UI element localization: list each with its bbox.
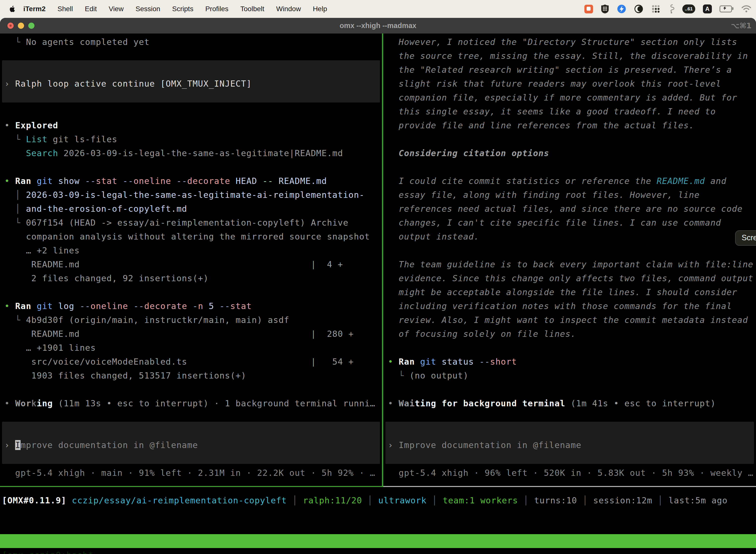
text-cursor: I	[15, 440, 20, 450]
pane-divider[interactable]	[382, 34, 383, 486]
terminal-line: › Improve documentation in @filename	[388, 438, 756, 452]
terminal-line: references need actual files, and since …	[388, 202, 756, 216]
pane-right[interactable]: However, I noticed the "Directory Struct…	[383, 34, 756, 486]
terminal-line: src/voice/voiceModeEnabled.ts | 54 +	[4, 355, 382, 369]
input-source-icon[interactable]: A	[703, 4, 712, 13]
screen-overlay-button[interactable]: Scre	[735, 230, 756, 246]
terminal-line: evidence. Since this change only affects…	[388, 271, 756, 285]
terminal-line: I could cite commit statistics or refere…	[388, 174, 756, 188]
input-source-label: A	[705, 5, 709, 12]
terminal-line: README.md | 4 +	[4, 258, 382, 271]
terminal-line: changes, I can't cite specific file line…	[388, 216, 756, 230]
terminal-line: … +2 lines	[4, 243, 382, 258]
terminal-line: including verification notes with those …	[388, 299, 756, 313]
desktop: iTerm2ShellEditViewSessionScriptsProfile…	[0, 0, 756, 554]
terminal-line: this single essay, it seems like a good …	[388, 105, 756, 118]
terminal-line: Search 2026-03-09-is-legal-the-same-as-l…	[4, 146, 382, 160]
terminal-line: output instead.	[388, 230, 756, 243]
menu-items: iTerm2ShellEditViewSessionScriptsProfile…	[16, 5, 333, 13]
terminal-line: provide file and line references from th…	[388, 118, 756, 132]
blue-bolt-icon[interactable]	[617, 4, 626, 14]
menu-bar: iTerm2ShellEditViewSessionScriptsProfile…	[0, 0, 756, 18]
active-pane-border	[0, 486, 383, 487]
menu-item-iterm2[interactable]: iTerm2	[16, 5, 52, 13]
omx-status-line: [OMX#0.11.9] cczip/essay/ai-reimplementa…	[2, 493, 756, 507]
menu-item-edit[interactable]: Edit	[79, 5, 103, 13]
terminal-line: │ and-the-erosion-of-copyleft.md	[4, 202, 382, 216]
window-title: omx --xhigh --madmax	[0, 18, 756, 34]
terminal-line: the source tree, missing the essay. Stil…	[388, 49, 756, 63]
inactive-pane-border	[383, 486, 756, 487]
terminal-line: • Ran git status --short	[388, 355, 756, 369]
menu-item-view[interactable]: View	[103, 5, 129, 13]
apple-menu-icon[interactable]	[9, 5, 16, 13]
terminal-line: might be acceptable alongside the file l…	[388, 285, 756, 299]
iterm-window: omx --xhigh --madmax ⌥⌘1 └ No agents com…	[0, 18, 756, 554]
menu-item-toolbelt[interactable]: Toolbelt	[234, 5, 270, 13]
terminal-line: • Explored	[4, 118, 382, 132]
terminal-line: slight risk that future readers may over…	[388, 77, 756, 91]
terminal-line: └ 067f154 (HEAD -> essay/ai-reimplementa…	[4, 216, 382, 230]
terminal-line: gpt-5.4 xhigh · main · 91% left · 2.31M …	[4, 466, 382, 480]
terminal-line: 2 files changed, 92 insertions(+)	[4, 271, 382, 285]
screen-recording-icon[interactable]	[584, 5, 593, 13]
tmux-status-bar: [omx-cczip0:bash* "MacBook-Pro-44.local"…	[0, 534, 756, 548]
terminal-line: └ List git ls-files	[4, 132, 382, 146]
menu-item-scripts[interactable]: Scripts	[166, 5, 199, 13]
terminal-line: The team guideline is to back every impo…	[388, 258, 756, 271]
terminal-line: └ (no output)	[388, 369, 756, 383]
title-bar[interactable]: omx --xhigh --madmax ⌥⌘1	[0, 18, 756, 34]
terminal-line: However, I noticed the "Directory Struct…	[388, 35, 756, 49]
terminal-line: › Improve documentation in @filename	[4, 438, 382, 452]
terminal-line: │ 2026-03-09-is-legal-the-same-as-legiti…	[4, 188, 382, 202]
badge-61-icon[interactable]: ..61	[682, 4, 695, 13]
terminal-line: • Ran git show --stat --oneline --decora…	[4, 174, 382, 188]
terminal-line: companion analysis without altering the …	[4, 230, 382, 243]
terminal-line: companion file, especially if more comme…	[388, 91, 756, 105]
dots-grid-icon[interactable]	[651, 4, 660, 14]
terminal-line: └ 4b9d30f (origin/main, instructkr/main,…	[4, 313, 382, 327]
terminal-line: essay file, along with finding root file…	[388, 188, 756, 202]
squiggle-icon[interactable]	[668, 4, 675, 14]
terminal-line: • Ran git log --oneline --decorate -n 5 …	[4, 299, 382, 313]
terminal-line: › Ralph loop active continue [OMX_TMUX_I…	[4, 77, 382, 91]
terminal-line: … +1901 lines	[4, 341, 382, 355]
terminal-line: gpt-5.4 xhigh · 96% left · 520K in · 5.8…	[388, 466, 756, 480]
terminal-line: • Working (11m 13s • esc to interrupt) ·…	[4, 396, 382, 410]
menu-item-shell[interactable]: Shell	[52, 5, 79, 13]
terminal-line: README.md | 280 +	[4, 327, 382, 341]
tmux-session-label[interactable]: [omx-cczip0:bash*	[2, 548, 93, 554]
terminal-line: the "Related research writing" section i…	[388, 63, 756, 77]
terminal-line: review. Also, I might want to inspect th…	[388, 313, 756, 327]
menu-item-help[interactable]: Help	[307, 5, 333, 13]
menu-item-profiles[interactable]: Profiles	[199, 5, 234, 13]
terminal-line: └ No agents completed yet	[4, 35, 382, 49]
terminal-line: Considering citation options	[388, 146, 756, 160]
battery-charging-icon[interactable]	[719, 5, 734, 12]
wifi-icon[interactable]	[741, 5, 752, 13]
terminal-line: • Waiting for background terminal (1m 41…	[388, 396, 756, 410]
terminal-line: 1903 files changed, 513517 insertions(+)	[4, 369, 382, 383]
terminal: └ No agents completed yet› Ralph loop ac…	[0, 34, 756, 554]
pane-left[interactable]: └ No agents completed yet› Ralph loop ac…	[0, 34, 382, 486]
terminal-line: of focusing solely on file lines.	[388, 327, 756, 341]
menu-item-session[interactable]: Session	[129, 5, 166, 13]
badge-61-label: ..61	[685, 6, 693, 12]
keyboard-shield-icon[interactable]	[601, 4, 609, 14]
moon-icon[interactable]	[634, 4, 643, 14]
status-icons: ..61 A	[584, 0, 752, 18]
menu-item-window[interactable]: Window	[270, 5, 307, 13]
window-shortcut-badge: ⌥⌘1	[731, 18, 752, 34]
